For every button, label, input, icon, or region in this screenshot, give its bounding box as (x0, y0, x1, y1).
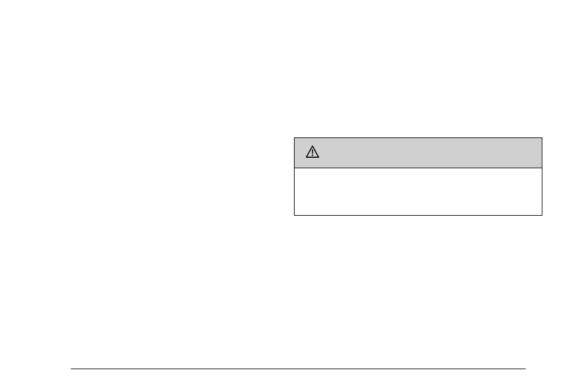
warning-triangle-icon (306, 145, 319, 160)
caution-box (294, 137, 542, 216)
caution-body (295, 168, 542, 215)
svg-point-1 (312, 154, 313, 155)
footer-divider (71, 369, 526, 369)
caution-header (295, 138, 542, 168)
